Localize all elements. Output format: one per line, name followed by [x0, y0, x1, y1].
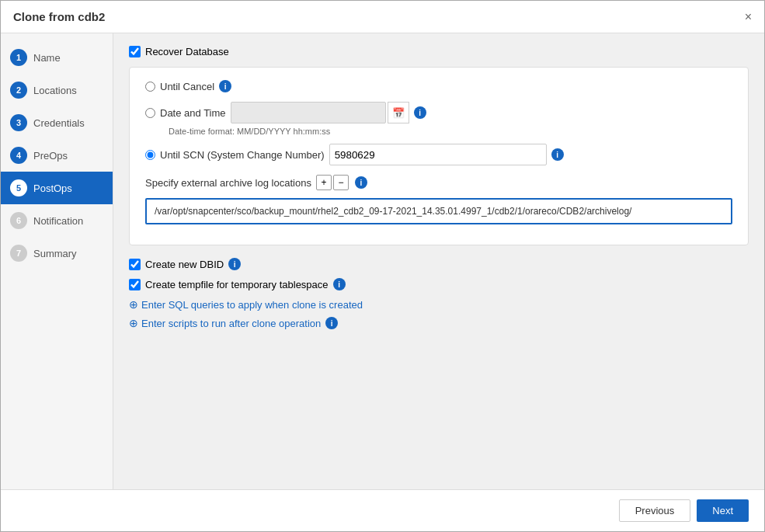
create-tempfile-label: Create tempfile for temporary tablespace: [145, 279, 329, 290]
modal-body: 1 Name 2 Locations 3 Credentials 4 PreOp…: [1, 33, 764, 489]
sidebar-item-notification[interactable]: 6 Notification: [1, 204, 113, 237]
next-button[interactable]: Next: [697, 499, 749, 522]
until-cancel-row: Until Cancel i: [145, 80, 732, 92]
scn-info-icon[interactable]: i: [551, 148, 564, 161]
modal-footer: Previous Next: [1, 489, 764, 531]
date-time-label: Date and Time: [160, 107, 226, 119]
until-cancel-info-icon[interactable]: i: [219, 80, 231, 92]
create-tempfile-info-icon[interactable]: i: [333, 278, 346, 290]
bottom-section: Create new DBID i Create tempfile for te…: [129, 258, 749, 329]
create-dbid-row: Create new DBID i: [129, 258, 749, 270]
step-circle-3: 3: [10, 114, 27, 131]
sidebar-label-postops: PostOps: [33, 183, 72, 194]
step-circle-7: 7: [10, 245, 27, 262]
sidebar-item-locations[interactable]: 2 Locations: [1, 74, 113, 106]
date-time-input[interactable]: [231, 102, 386, 123]
scripts-expand-icon: ⊕: [129, 317, 138, 329]
step-circle-1: 1: [10, 49, 27, 66]
step-circle-6: 6: [10, 212, 27, 229]
archive-log-label: Specify external archive log locations: [145, 177, 311, 189]
date-time-row: Date and Time 📅 i: [145, 102, 732, 123]
sql-queries-link[interactable]: Enter SQL queries to apply when clone is…: [141, 299, 363, 311]
scripts-row: ⊕ Enter scripts to run after clone opera…: [129, 317, 749, 329]
date-time-radio[interactable]: [145, 108, 155, 118]
sql-queries-row: ⊕ Enter SQL queries to apply when clone …: [129, 298, 749, 311]
recovery-options-card: Until Cancel i Date and Time 📅 i Date-ti…: [129, 67, 749, 245]
modal-header: Clone from cdb2 ×: [1, 1, 764, 33]
recover-db-row: Recover Database: [129, 46, 749, 57]
sidebar-item-summary[interactable]: 7 Summary: [1, 237, 113, 269]
date-format-hint: Date-time format: MM/DD/YYYY hh:mm:ss: [169, 127, 732, 136]
sidebar-item-preops[interactable]: 4 PreOps: [1, 139, 113, 172]
sidebar-label-locations: Locations: [33, 85, 77, 96]
sql-expand-icon: ⊕: [129, 298, 138, 311]
sidebar-label-notification: Notification: [33, 215, 83, 227]
calendar-button[interactable]: 📅: [388, 102, 409, 123]
sidebar-label-credentials: Credentials: [33, 117, 85, 129]
create-dbid-checkbox[interactable]: [129, 259, 141, 270]
until-cancel-label: Until Cancel: [160, 81, 214, 92]
modal-title: Clone from cdb2: [13, 10, 105, 23]
modal-container: Clone from cdb2 × 1 Name 2 Locations 3 C…: [0, 0, 765, 532]
previous-button[interactable]: Previous: [619, 499, 691, 522]
sidebar-item-postops[interactable]: 5 PostOps: [1, 172, 113, 204]
sidebar-item-name[interactable]: 1 Name: [1, 41, 113, 74]
scn-input[interactable]: [329, 144, 547, 165]
step-circle-5: 5: [10, 179, 27, 196]
recover-db-label[interactable]: Recover Database: [145, 46, 229, 57]
archive-log-row: Specify external archive log locations +…: [145, 175, 732, 190]
scripts-link[interactable]: Enter scripts to run after clone operati…: [141, 318, 321, 329]
create-dbid-label: Create new DBID: [145, 259, 224, 270]
scn-radio[interactable]: [145, 150, 155, 160]
close-button[interactable]: ×: [745, 11, 752, 23]
add-archive-button[interactable]: +: [316, 175, 332, 190]
recover-db-checkbox[interactable]: [129, 46, 141, 57]
step-circle-4: 4: [10, 147, 27, 164]
scn-label: Until SCN (System Change Number): [160, 149, 325, 161]
main-content: Recover Database Until Cancel i Date and…: [113, 33, 764, 489]
step-circle-2: 2: [10, 82, 27, 99]
sidebar-label-preops: PreOps: [33, 150, 68, 162]
sidebar: 1 Name 2 Locations 3 Credentials 4 PreOp…: [1, 33, 113, 489]
archive-path-display: /var/opt/snapcenter/sco/backup_mount/rhe…: [145, 198, 732, 224]
remove-archive-button[interactable]: −: [333, 175, 349, 190]
sidebar-label-name: Name: [33, 52, 61, 64]
create-tempfile-checkbox[interactable]: [129, 279, 141, 290]
until-cancel-radio[interactable]: [145, 82, 155, 92]
scripts-info-icon[interactable]: i: [325, 317, 338, 329]
date-time-info-icon[interactable]: i: [414, 106, 426, 119]
create-dbid-info-icon[interactable]: i: [228, 258, 241, 270]
archive-log-info-icon[interactable]: i: [355, 176, 367, 189]
scn-row: Until SCN (System Change Number) i: [145, 144, 732, 165]
sidebar-label-summary: Summary: [33, 248, 77, 259]
add-remove-buttons: + −: [316, 175, 350, 190]
create-tempfile-row: Create tempfile for temporary tablespace…: [129, 278, 749, 290]
sidebar-item-credentials[interactable]: 3 Credentials: [1, 106, 113, 139]
